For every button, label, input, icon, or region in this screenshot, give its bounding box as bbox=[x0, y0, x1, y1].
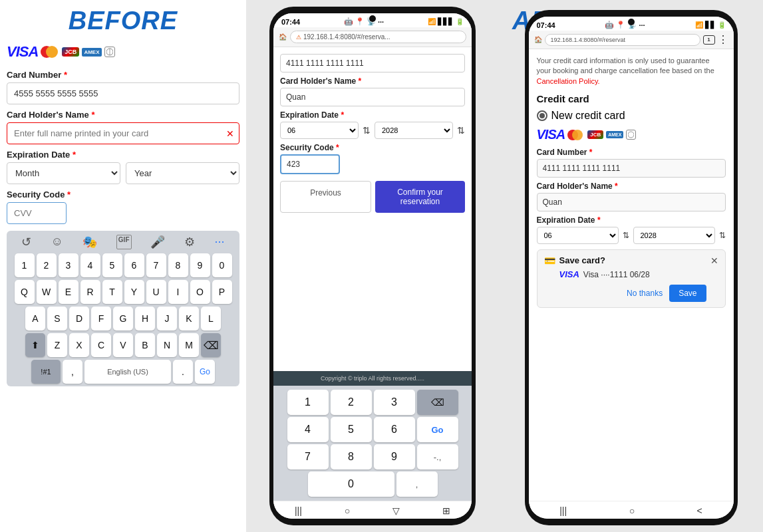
space-key[interactable]: English (US) bbox=[84, 360, 171, 384]
key-c[interactable]: C bbox=[91, 333, 111, 357]
middle-browser-bar: 🏠 ⚠ 192.168.1.4:8080/#/reserva... bbox=[273, 27, 472, 47]
numpad-2[interactable]: 2 bbox=[331, 390, 372, 415]
numpad-8[interactable]: 8 bbox=[331, 444, 372, 469]
clear-icon[interactable]: ✕ bbox=[226, 128, 234, 139]
numpad-7[interactable]: 7 bbox=[287, 444, 329, 469]
key-7[interactable]: 7 bbox=[146, 253, 166, 277]
right-year-select[interactable]: 2028 bbox=[633, 227, 715, 244]
middle-url-bar[interactable]: ⚠ 192.168.1.4:8080/#/reserva... bbox=[290, 31, 466, 43]
card-number-input[interactable] bbox=[7, 82, 239, 104]
middle-security-input[interactable] bbox=[280, 154, 340, 174]
cardholder-input[interactable] bbox=[7, 122, 239, 144]
key-k[interactable]: K bbox=[179, 307, 199, 331]
numpad-1[interactable]: 1 bbox=[287, 390, 329, 415]
year-select[interactable]: Year bbox=[126, 162, 239, 184]
month-select[interactable]: Month bbox=[7, 162, 120, 184]
cancellation-link[interactable]: Cancellation Policy. bbox=[537, 77, 600, 85]
key-0[interactable]: 0 bbox=[212, 253, 232, 277]
key-9[interactable]: 9 bbox=[190, 253, 210, 277]
numpad-sym[interactable]: -., bbox=[417, 444, 458, 469]
middle-card-number-input[interactable] bbox=[280, 54, 465, 72]
key-s[interactable]: S bbox=[47, 307, 67, 331]
key-x[interactable]: X bbox=[69, 333, 89, 357]
right-card-number-input[interactable] bbox=[537, 159, 726, 178]
key-5[interactable]: 5 bbox=[102, 253, 122, 277]
more-icon[interactable]: ··· bbox=[214, 235, 224, 249]
key-z[interactable]: Z bbox=[47, 333, 67, 357]
right-nav-back-icon[interactable]: < bbox=[697, 505, 702, 516]
numpad-5[interactable]: 5 bbox=[331, 417, 372, 442]
numpad-del[interactable]: ⌫ bbox=[417, 390, 458, 415]
numpad-comma[interactable]: , bbox=[396, 471, 438, 497]
key-q[interactable]: Q bbox=[15, 280, 35, 304]
key-d[interactable]: D bbox=[69, 307, 89, 331]
gif-icon[interactable]: GIF bbox=[116, 235, 132, 249]
key-o[interactable]: O bbox=[190, 280, 210, 304]
key-g[interactable]: G bbox=[113, 307, 133, 331]
refresh-icon[interactable]: ↺ bbox=[21, 235, 31, 249]
key-p[interactable]: P bbox=[212, 280, 232, 304]
right-month-select[interactable]: 06 bbox=[537, 227, 619, 244]
key-b[interactable]: B bbox=[135, 333, 155, 357]
save-close-icon[interactable]: ✕ bbox=[710, 255, 718, 266]
numpad-6[interactable]: 6 bbox=[374, 417, 415, 442]
key-l[interactable]: L bbox=[201, 307, 221, 331]
nav-apps-icon[interactable]: ⊞ bbox=[442, 505, 450, 516]
new-credit-card-option[interactable]: New credit card bbox=[537, 110, 726, 122]
key-m[interactable]: M bbox=[179, 333, 199, 357]
settings-icon[interactable]: ⚙ bbox=[184, 235, 195, 249]
period-key[interactable]: . bbox=[173, 360, 193, 384]
confirm-button[interactable]: Confirm your reservation bbox=[375, 181, 465, 213]
nav-bars-icon[interactable]: ||| bbox=[295, 505, 302, 516]
right-cardholder-input[interactable] bbox=[537, 193, 726, 211]
nav-home-icon[interactable]: ○ bbox=[345, 505, 350, 516]
key-8[interactable]: 8 bbox=[168, 253, 188, 277]
key-w[interactable]: W bbox=[37, 280, 57, 304]
previous-button[interactable]: Previous bbox=[280, 181, 371, 213]
nav-back-icon[interactable]: ▽ bbox=[392, 505, 400, 516]
key-4[interactable]: 4 bbox=[80, 253, 100, 277]
sticker-icon[interactable]: 🎭 bbox=[82, 235, 97, 249]
shift-key[interactable]: ⬆ bbox=[25, 333, 45, 357]
key-v[interactable]: V bbox=[113, 333, 133, 357]
key-2[interactable]: 2 bbox=[37, 253, 57, 277]
home-icon[interactable]: 🏠 bbox=[279, 33, 287, 41]
mic-icon[interactable]: 🎤 bbox=[150, 235, 165, 249]
key-a[interactable]: A bbox=[25, 307, 45, 331]
middle-month-select[interactable]: 06 bbox=[280, 122, 359, 139]
key-6[interactable]: 6 bbox=[124, 253, 144, 277]
key-3[interactable]: 3 bbox=[59, 253, 78, 277]
key-i[interactable]: I bbox=[168, 280, 188, 304]
go-key[interactable]: Go bbox=[195, 360, 215, 384]
no-thanks-button[interactable]: No thanks bbox=[627, 289, 663, 298]
tab-count-icon[interactable]: 1 bbox=[703, 35, 715, 45]
key-t[interactable]: T bbox=[102, 280, 122, 304]
key-e[interactable]: E bbox=[59, 280, 78, 304]
save-button[interactable]: Save bbox=[669, 285, 706, 302]
numpad-4[interactable]: 4 bbox=[287, 417, 329, 442]
emoji-icon[interactable]: ☺ bbox=[51, 235, 63, 249]
num-key[interactable]: !#1 bbox=[31, 360, 61, 384]
numpad-9[interactable]: 9 bbox=[374, 444, 415, 469]
key-f[interactable]: F bbox=[91, 307, 111, 331]
comma-key[interactable]: , bbox=[63, 360, 82, 384]
right-url-bar[interactable]: 192.168.1.4:8080/#/reservat bbox=[545, 34, 700, 46]
numpad-0[interactable]: 0 bbox=[308, 471, 394, 497]
delete-key[interactable]: ⌫ bbox=[201, 333, 221, 357]
key-u[interactable]: U bbox=[146, 280, 166, 304]
menu-dots-icon[interactable]: ⋮ bbox=[718, 33, 728, 46]
right-nav-bars-icon[interactable]: ||| bbox=[559, 505, 567, 516]
right-home-icon[interactable]: 🏠 bbox=[534, 36, 542, 43]
cvv-input[interactable] bbox=[7, 202, 67, 224]
key-n[interactable]: N bbox=[157, 333, 177, 357]
middle-year-select[interactable]: 2028 bbox=[375, 122, 453, 139]
key-y[interactable]: Y bbox=[124, 280, 144, 304]
middle-cardholder-input[interactable] bbox=[280, 88, 465, 106]
right-nav-home-icon[interactable]: ○ bbox=[629, 505, 635, 516]
key-j[interactable]: J bbox=[157, 307, 177, 331]
key-h[interactable]: H bbox=[135, 307, 155, 331]
key-r[interactable]: R bbox=[80, 280, 100, 304]
numpad-3[interactable]: 3 bbox=[374, 390, 415, 415]
key-1[interactable]: 1 bbox=[15, 253, 35, 277]
numpad-go[interactable]: Go bbox=[417, 417, 458, 442]
